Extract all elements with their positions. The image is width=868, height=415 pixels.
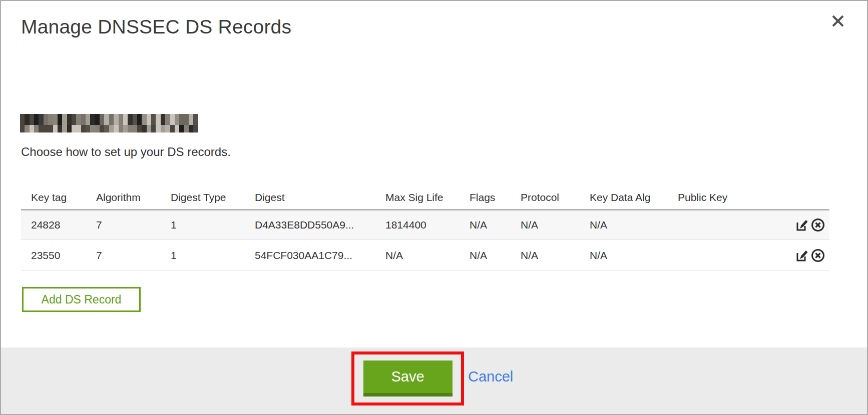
cell-digest-type: 1	[161, 219, 245, 231]
column-header-key-data-alg: Key Data Alg	[580, 192, 668, 204]
column-header-digest-type: Digest Type	[161, 192, 245, 204]
redacted-domain-name	[20, 114, 198, 132]
column-header-max-sig-life: Max Sig Life	[375, 192, 460, 204]
cell-digest: 54FCF030AA1C79...	[245, 250, 375, 262]
cell-flags: N/A	[460, 219, 511, 231]
column-header-flags: Flags	[460, 192, 511, 204]
table-row: 23550 7 1 54FCF030AA1C79... N/A N/A N/A …	[21, 240, 829, 271]
remove-record-button[interactable]	[810, 218, 825, 232]
remove-icon	[810, 248, 825, 263]
column-header-digest: Digest	[245, 192, 375, 204]
instruction-text: Choose how to set up your DS records.	[21, 145, 231, 159]
cell-max-sig-life: 1814400	[375, 219, 460, 231]
edit-icon	[795, 248, 809, 262]
column-header-key-tag: Key tag	[21, 192, 86, 204]
ds-records-table: Key tag Algorithm Digest Type Digest Max…	[21, 186, 829, 271]
cell-digest: D4A33E8DD550A9...	[245, 219, 375, 231]
cell-key-data-alg: N/A	[580, 219, 668, 231]
add-ds-record-button[interactable]: Add DS Record	[22, 287, 141, 312]
cell-algorithm: 7	[86, 250, 161, 262]
table-header-row: Key tag Algorithm Digest Type Digest Max…	[21, 186, 829, 209]
cell-algorithm: 7	[86, 219, 161, 231]
modal-footer: Save Cancel	[1, 348, 867, 414]
cell-flags: N/A	[460, 250, 511, 262]
cell-key-data-alg: N/A	[580, 250, 668, 262]
cell-protocol: N/A	[511, 219, 580, 231]
cancel-link[interactable]: Cancel	[468, 368, 513, 385]
cell-digest-type: 1	[161, 250, 245, 262]
save-button[interactable]: Save	[363, 360, 453, 396]
cell-max-sig-life: N/A	[375, 250, 460, 262]
column-header-algorithm: Algorithm	[86, 192, 161, 204]
edit-record-button[interactable]	[795, 218, 810, 232]
table-row: 24828 7 1 D4A33E8DD550A9... 1814400 N/A …	[21, 209, 829, 240]
remove-icon	[810, 218, 825, 232]
column-header-protocol: Protocol	[511, 192, 580, 204]
cell-key-tag: 24828	[21, 219, 86, 231]
cell-protocol: N/A	[511, 250, 580, 262]
edit-record-button[interactable]	[795, 248, 810, 263]
red-annotation-box: Save	[351, 352, 464, 406]
column-header-public-key: Public Key	[668, 192, 772, 204]
close-icon	[831, 14, 845, 28]
page-title: Manage DNSSEC DS Records	[21, 16, 291, 38]
remove-record-button[interactable]	[810, 248, 825, 263]
edit-icon	[795, 218, 809, 232]
cell-key-tag: 23550	[21, 250, 86, 262]
close-button[interactable]	[831, 14, 845, 28]
manage-dnssec-modal: Manage DNSSEC DS Records Choose how to s…	[0, 0, 868, 415]
